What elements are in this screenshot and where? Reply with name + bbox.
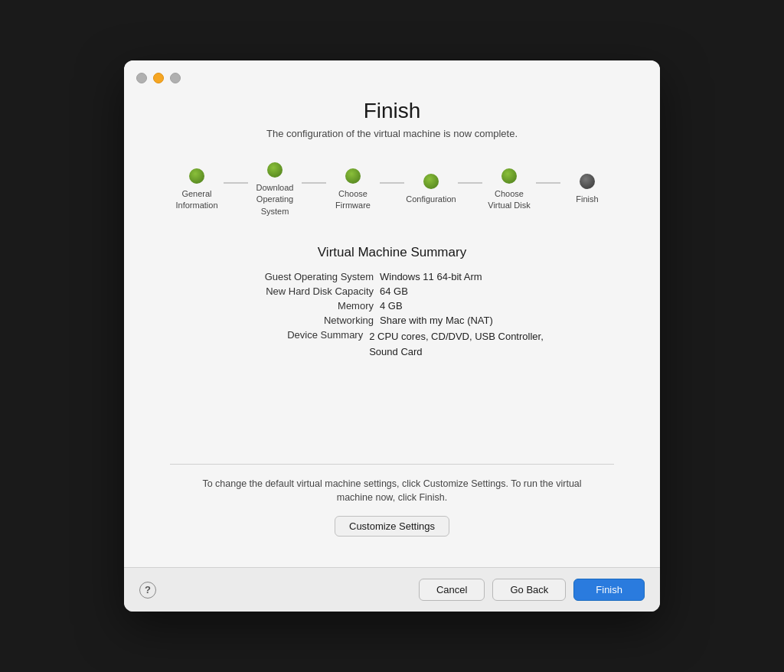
step-general-information: GeneralInformation: [170, 168, 224, 212]
stepper-inner: GeneralInformation DownloadOperatingSyst…: [170, 162, 614, 217]
cancel-button[interactable]: Cancel: [419, 579, 485, 601]
finish-button[interactable]: Finish: [573, 579, 645, 601]
summary-row-5: Device Summary 2 CPU cores, CD/DVD, USB …: [208, 329, 576, 359]
step-label-2: DownloadOperatingSystem: [248, 182, 302, 217]
step-finish: Finish: [560, 174, 614, 205]
step-choose-firmware: ChooseFirmware: [326, 168, 380, 212]
titlebar: [124, 60, 660, 83]
summary-table: Guest Operating System Windows 11 64-bit…: [208, 271, 576, 362]
customize-settings-button[interactable]: Customize Settings: [335, 516, 449, 537]
maximize-button[interactable]: [170, 73, 181, 83]
step-circle-2: [267, 162, 283, 178]
step-label-1: GeneralInformation: [170, 188, 224, 212]
step-circle-6: [580, 174, 595, 189]
summary-key-1: Guest Operating System: [251, 271, 374, 282]
go-back-button[interactable]: Go Back: [492, 579, 566, 601]
summary-value-5: 2 CPU cores, CD/DVD, USB Controller,Soun…: [369, 329, 544, 359]
help-button[interactable]: ?: [139, 582, 156, 599]
step-configuration: Configuration: [404, 174, 458, 205]
main-content: Finish The configuration of the virtual …: [124, 83, 660, 567]
step-label-4: Configuration: [404, 194, 458, 205]
connector-2: [302, 182, 326, 184]
summary-row-3: Memory 4 GB: [208, 300, 576, 312]
step-circle-3: [345, 168, 361, 184]
summary-value-4: Share with my Mac (NAT): [380, 315, 533, 326]
footer-description: To change the default virtual machine se…: [201, 477, 583, 506]
summary-row-4: Networking Share with my Mac (NAT): [208, 315, 576, 326]
step-label-5: ChooseVirtual Disk: [482, 188, 536, 212]
close-button[interactable]: [136, 73, 147, 83]
summary-title: Virtual Machine Summary: [318, 245, 466, 260]
connector-5: [536, 182, 560, 184]
page-subtitle: The configuration of the virtual machine…: [266, 128, 518, 139]
bottom-bar: ? Cancel Go Back Finish: [124, 567, 660, 612]
page-title: Finish: [364, 99, 421, 123]
step-label-3: ChooseFirmware: [326, 188, 380, 212]
summary-row-1: Guest Operating System Windows 11 64-bit…: [208, 271, 576, 282]
step-download-os: DownloadOperatingSystem: [248, 162, 302, 217]
connector-4: [458, 182, 482, 184]
step-circle-4: [423, 174, 439, 189]
connector-3: [380, 182, 404, 184]
connector-1: [224, 182, 248, 184]
summary-row-2: New Hard Disk Capacity 64 GB: [208, 285, 576, 297]
summary-key-2: New Hard Disk Capacity: [251, 285, 374, 297]
summary-value-3: 4 GB: [380, 300, 533, 312]
step-circle-5: [501, 168, 517, 184]
step-choose-virtual-disk: ChooseVirtual Disk: [482, 168, 536, 212]
main-window: Finish The configuration of the virtual …: [124, 60, 660, 612]
summary-value-2: 64 GB: [380, 285, 533, 297]
summary-key-4: Networking: [251, 315, 374, 326]
stepper: GeneralInformation DownloadOperatingSyst…: [170, 162, 614, 217]
summary-value-1: Windows 11 64-bit Arm: [380, 271, 533, 282]
divider: [170, 464, 614, 465]
step-circle-1: [189, 168, 204, 184]
step-label-6: Finish: [560, 194, 614, 205]
summary-key-5: Device Summary: [240, 329, 363, 359]
minimize-button[interactable]: [153, 73, 164, 83]
summary-key-3: Memory: [251, 300, 374, 312]
